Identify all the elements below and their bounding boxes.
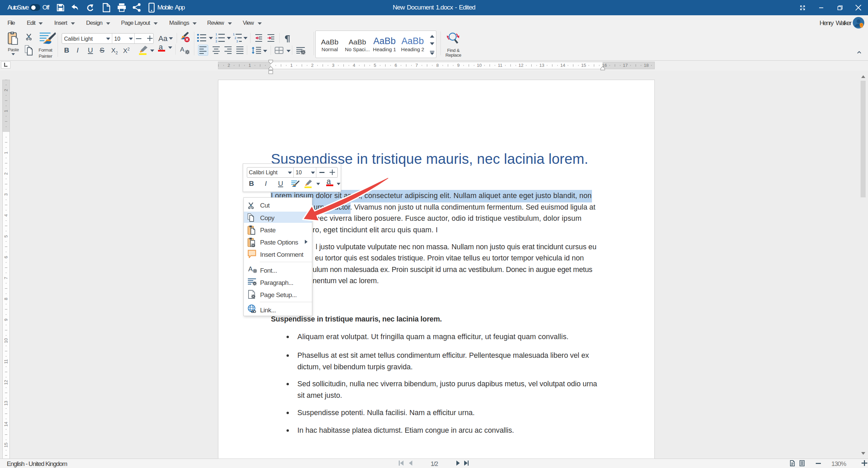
svg-text:4: 4 bbox=[353, 63, 355, 68]
svg-text:3: 3 bbox=[3, 193, 8, 196]
svg-text:2: 2 bbox=[228, 63, 230, 68]
svg-text:17: 17 bbox=[623, 63, 628, 68]
svg-text:6: 6 bbox=[3, 256, 8, 258]
svg-text:12: 12 bbox=[3, 380, 8, 385]
svg-text:13: 13 bbox=[539, 63, 544, 68]
svg-text:15: 15 bbox=[3, 443, 8, 447]
svg-text:9: 9 bbox=[457, 63, 459, 68]
svg-text:14: 14 bbox=[560, 63, 565, 68]
svg-text:13: 13 bbox=[3, 401, 8, 406]
svg-text:6: 6 bbox=[395, 63, 397, 68]
svg-text:1: 1 bbox=[3, 110, 8, 112]
svg-text:3: 3 bbox=[215, 39, 217, 43]
svg-text:3: 3 bbox=[332, 63, 334, 68]
svg-text:7: 7 bbox=[415, 63, 418, 68]
svg-text:2: 2 bbox=[3, 172, 8, 175]
svg-text:15: 15 bbox=[581, 63, 586, 68]
svg-text:8: 8 bbox=[3, 298, 8, 300]
svg-text:2: 2 bbox=[3, 89, 8, 91]
svg-text:4: 4 bbox=[3, 214, 8, 217]
svg-text:7: 7 bbox=[3, 277, 8, 279]
svg-text:2: 2 bbox=[235, 36, 236, 40]
svg-text:5: 5 bbox=[3, 235, 8, 237]
svg-text:2: 2 bbox=[215, 36, 217, 40]
svg-text:5: 5 bbox=[374, 63, 376, 68]
svg-text:2: 2 bbox=[311, 63, 313, 68]
svg-text:1: 1 bbox=[249, 63, 251, 68]
svg-text:8: 8 bbox=[436, 63, 439, 68]
svg-text:18: 18 bbox=[644, 63, 649, 68]
svg-text:1: 1 bbox=[290, 63, 293, 68]
svg-text:12: 12 bbox=[518, 63, 523, 68]
svg-text:14: 14 bbox=[3, 422, 8, 426]
svg-text:9: 9 bbox=[3, 318, 8, 321]
svg-text:1: 1 bbox=[3, 152, 8, 154]
svg-text:1: 1 bbox=[215, 33, 217, 36]
svg-text:3: 3 bbox=[236, 39, 238, 43]
svg-text:1: 1 bbox=[233, 33, 235, 36]
svg-text:10: 10 bbox=[3, 338, 8, 343]
svg-text:10: 10 bbox=[477, 63, 481, 68]
svg-text:11: 11 bbox=[3, 359, 8, 364]
svg-text:11: 11 bbox=[498, 63, 502, 68]
